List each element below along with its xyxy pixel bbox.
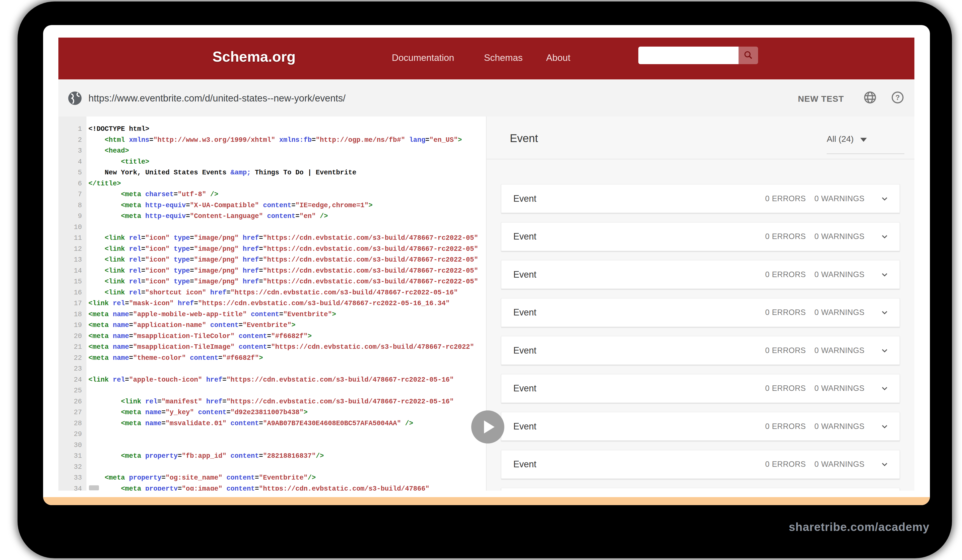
window-bottom-bar xyxy=(43,497,930,505)
line-number: 9 xyxy=(58,213,86,223)
code-editor: 1<!DOCTYPE html>2 <html xmlns="http://ww… xyxy=(58,125,486,491)
code-line: 7 <meta charset="utf-8" /> xyxy=(58,191,486,202)
result-row[interactable]: Event0 ERRORS0 WARNINGS xyxy=(501,222,900,251)
chevron-down-icon[interactable] xyxy=(880,231,889,242)
svg-text:?: ? xyxy=(895,94,900,102)
errors-count: 0 ERRORS xyxy=(765,270,805,279)
nav-about[interactable]: About xyxy=(546,53,570,63)
result-type-label: Event xyxy=(513,459,536,470)
warnings-count: 0 WARNINGS xyxy=(814,460,865,469)
result-row[interactable]: Event0 ERRORS0 WARNINGS xyxy=(501,488,900,491)
chevron-down-icon[interactable] xyxy=(880,421,889,431)
code-line: 5 New York, United States Events &amp; T… xyxy=(58,169,486,180)
search-icon xyxy=(743,50,754,61)
dropdown-arrow-icon xyxy=(860,138,867,142)
line-number: 33 xyxy=(58,474,86,485)
errors-count: 0 ERRORS xyxy=(765,232,805,241)
code-line: 27 <meta name="y_key" content="d92e23811… xyxy=(58,409,486,420)
warnings-count: 0 WARNINGS xyxy=(814,308,865,317)
line-number: 13 xyxy=(58,256,86,267)
code-line: 3 <head> xyxy=(58,147,486,158)
watermark: sharetribe.com/academy xyxy=(789,520,930,534)
source-code-panel[interactable]: 1<!DOCTYPE html>2 <html xmlns="http://ww… xyxy=(58,116,486,491)
errors-count: 0 ERRORS xyxy=(765,422,805,431)
code-line: 11 <link rel="icon" type="image/png" hre… xyxy=(58,234,486,245)
results-panel: Event All (24) Event0 ERRORS0 WARNINGSEv… xyxy=(486,116,914,491)
code-line: 33 <meta property="og:site_name" content… xyxy=(58,474,486,485)
results-type-title: Event xyxy=(510,132,538,145)
chevron-down-icon[interactable] xyxy=(880,194,889,204)
code-line: 16 <link rel="shortcut icon" href="https… xyxy=(58,289,486,300)
results-divider xyxy=(486,159,914,159)
code-line: 30 xyxy=(58,442,486,452)
result-rows: Event0 ERRORS0 WARNINGSEvent0 ERRORS0 WA… xyxy=(501,184,900,491)
nav-documentation[interactable]: Documentation xyxy=(392,53,454,63)
result-row[interactable]: Event0 ERRORS0 WARNINGS xyxy=(501,336,900,365)
line-number: 17 xyxy=(58,300,86,311)
code-line: 9 <meta http-equiv="Content-Language" co… xyxy=(58,213,486,223)
warnings-count: 0 WARNINGS xyxy=(814,422,865,431)
result-row[interactable]: Event0 ERRORS0 WARNINGS xyxy=(501,450,900,479)
header-search xyxy=(638,47,758,64)
result-row[interactable]: Event0 ERRORS0 WARNINGS xyxy=(501,298,900,327)
nav-schemas[interactable]: Schemas xyxy=(484,53,523,63)
code-line: 15 <link rel="icon" type="image/png" hre… xyxy=(58,278,486,289)
warnings-count: 0 WARNINGS xyxy=(814,194,865,203)
language-icon[interactable] xyxy=(863,90,877,105)
code-line: 4 <title> xyxy=(58,158,486,169)
code-line: 29 xyxy=(58,431,486,442)
result-row[interactable]: Event0 ERRORS0 WARNINGS xyxy=(501,412,900,441)
result-row[interactable]: Event0 ERRORS0 WARNINGS xyxy=(501,260,900,289)
play-button[interactable] xyxy=(471,410,504,444)
code-line: 24<link rel="apple-touch-icon" href="htt… xyxy=(58,376,486,387)
line-number: 29 xyxy=(58,431,86,442)
line-number: 4 xyxy=(58,158,86,169)
line-number: 12 xyxy=(58,245,86,256)
chevron-down-icon[interactable] xyxy=(880,459,889,469)
line-number: 28 xyxy=(58,420,86,431)
line-number: 5 xyxy=(58,169,86,180)
line-number: 24 xyxy=(58,376,86,387)
line-number: 2 xyxy=(58,136,86,147)
result-type-label: Event xyxy=(513,270,536,280)
chevron-down-icon[interactable] xyxy=(880,383,889,394)
errors-count: 0 ERRORS xyxy=(765,346,805,355)
result-row[interactable]: Event0 ERRORS0 WARNINGS xyxy=(501,184,900,213)
code-line: 20<meta name="msapplication-TileColor" c… xyxy=(58,332,486,344)
code-line: 19<meta name="application-name" content=… xyxy=(58,321,486,332)
line-number: 21 xyxy=(58,343,86,354)
code-line: 10 xyxy=(58,223,486,234)
result-type-label: Event xyxy=(513,383,536,394)
horizontal-scrollbar-thumb[interactable] xyxy=(89,485,99,491)
search-input[interactable] xyxy=(638,47,739,64)
line-number: 8 xyxy=(58,202,86,213)
code-line: 34 <meta property="og:image" content="ht… xyxy=(58,485,486,491)
chevron-down-icon[interactable] xyxy=(880,270,889,280)
result-type-label: Event xyxy=(513,421,536,432)
site-header: Schema.org Documentation Schemas About xyxy=(58,37,914,79)
result-type-label: Event xyxy=(513,307,536,318)
errors-count: 0 ERRORS xyxy=(765,308,805,317)
line-number: 34 xyxy=(58,485,86,491)
search-button[interactable] xyxy=(739,47,758,64)
schema-org-logo[interactable]: Schema.org xyxy=(212,48,295,65)
filter-value: All (24) xyxy=(827,134,854,144)
tested-url[interactable]: https://www.eventbrite.com/d/united-stat… xyxy=(89,93,345,104)
results-filter-dropdown[interactable]: All (24) xyxy=(827,134,904,144)
code-line: 12 <link rel="icon" type="image/png" hre… xyxy=(58,245,486,256)
warnings-count: 0 WARNINGS xyxy=(814,270,865,279)
line-number: 3 xyxy=(58,147,86,158)
errors-count: 0 ERRORS xyxy=(765,384,805,393)
chevron-down-icon[interactable] xyxy=(880,307,889,318)
filter-underline xyxy=(827,153,904,154)
new-test-button[interactable]: NEW TEST xyxy=(798,94,844,104)
errors-count: 0 ERRORS xyxy=(765,460,805,469)
line-number: 18 xyxy=(58,311,86,322)
chevron-down-icon[interactable] xyxy=(880,345,889,355)
result-row[interactable]: Event0 ERRORS0 WARNINGS xyxy=(501,374,900,403)
play-icon xyxy=(484,420,494,434)
code-line: 22<meta name="theme-color" content="#f66… xyxy=(58,354,486,365)
help-icon[interactable]: ? xyxy=(891,90,905,105)
line-number: 26 xyxy=(58,398,86,409)
code-line: 23 xyxy=(58,365,486,376)
